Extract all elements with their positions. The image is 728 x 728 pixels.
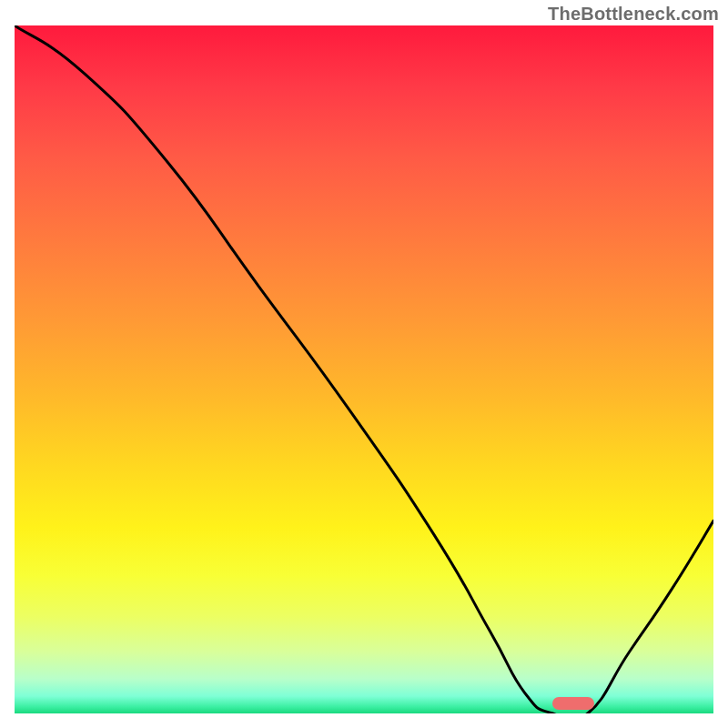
bottleneck-chart (15, 25, 713, 713)
chart-curve (15, 25, 713, 713)
optimal-marker (552, 697, 594, 710)
watermark-text: TheBottleneck.com (548, 4, 719, 25)
